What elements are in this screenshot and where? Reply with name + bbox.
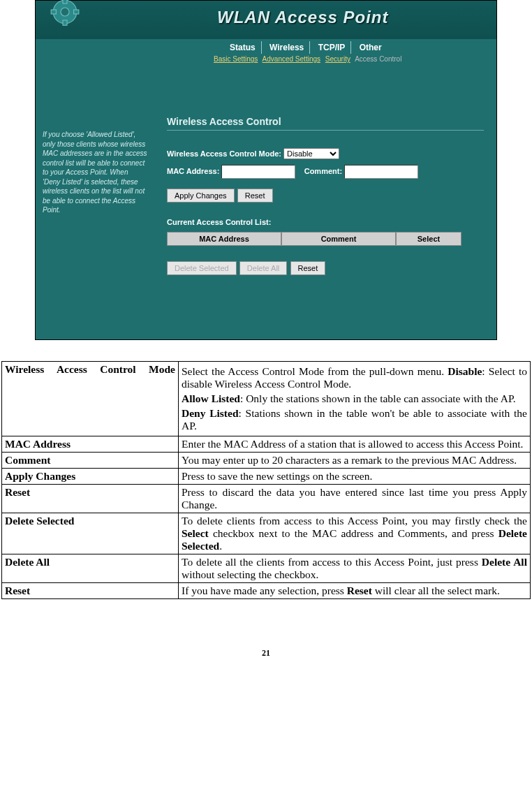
table-row: Wireless Access Control Mode Select the … [2, 362, 531, 436]
svg-rect-3 [63, 20, 67, 25]
def-cell: Press to save the new settings on the sc… [179, 469, 531, 485]
def-cell: Press to discard the data you have enter… [179, 485, 531, 513]
svg-rect-5 [74, 10, 79, 14]
banner: WLAN Access Point [36, 1, 496, 39]
table-row: Reset Press to discard the data you have… [2, 485, 531, 513]
term-cell: Apply Changes [2, 469, 179, 485]
mac-input[interactable] [221, 165, 295, 179]
delete-selected-button[interactable]: Delete Selected [167, 261, 237, 275]
table-row: Delete Selected To delete clients from a… [2, 513, 531, 554]
svg-rect-2 [63, 0, 67, 3]
help-panel-text: If you choose 'Allowed Listed', only tho… [43, 130, 147, 215]
ap-config-screenshot: WLAN Access Point Status Wireless TCP/IP… [35, 0, 497, 340]
comment-label: Comment: [304, 167, 342, 175]
mode-select[interactable]: Disable [283, 148, 339, 159]
reset-button[interactable]: Reset [237, 189, 273, 203]
term-cell: Wireless Access Control Mode [2, 362, 179, 436]
page-number: 21 [1, 648, 531, 659]
term-cell: Delete All [2, 554, 179, 583]
term-cell: Reset [2, 485, 179, 513]
def-cell: To delete all the clients from access to… [179, 554, 531, 583]
table-row: Comment You may enter up to 20 character… [2, 453, 531, 469]
banner-title: WLAN Access Point [217, 8, 388, 27]
th-select: Select [396, 232, 461, 246]
term-cell: Delete Selected [2, 513, 179, 554]
def-cell: Select the Access Control Mode from the … [179, 362, 531, 436]
comment-input[interactable] [344, 165, 418, 179]
table-row: Delete All To delete all the clients fro… [2, 554, 531, 583]
th-mac: MAC Address [167, 232, 281, 246]
term-cell: Comment [2, 453, 179, 469]
mode-label: Wireless Access Control Mode: [167, 149, 281, 158]
list-title-label: Current Access Control List: [167, 218, 271, 226]
def-cell: To delete clients from access to this Ac… [179, 513, 531, 554]
acl-table-header: MAC Address Comment Select [167, 232, 484, 246]
gear-logo-icon [43, 0, 91, 41]
svg-rect-4 [51, 10, 56, 14]
th-comment: Comment [281, 232, 396, 246]
reset-list-button[interactable]: Reset [290, 261, 326, 275]
mac-label: MAC Address: [167, 167, 219, 175]
term-cell: Reset [2, 583, 179, 599]
svg-point-1 [61, 8, 69, 16]
table-row: Reset If you have made any selection, pr… [2, 583, 531, 599]
delete-all-button[interactable]: Delete All [239, 261, 287, 275]
def-cell: Enter the MAC Address of a station that … [179, 436, 531, 453]
table-row: Apply Changes Press to save the new sett… [2, 469, 531, 485]
description-table: Wireless Access Control Mode Select the … [1, 361, 531, 599]
def-cell: You may enter up to 20 characters as a r… [179, 453, 531, 469]
section-title: Wireless Access Control [167, 116, 484, 131]
def-cell: If you have made any selection, press Re… [179, 583, 531, 599]
apply-changes-button[interactable]: Apply Changes [167, 189, 235, 203]
table-row: MAC Address Enter the MAC Address of a s… [2, 436, 531, 453]
term-cell: MAC Address [2, 436, 179, 453]
